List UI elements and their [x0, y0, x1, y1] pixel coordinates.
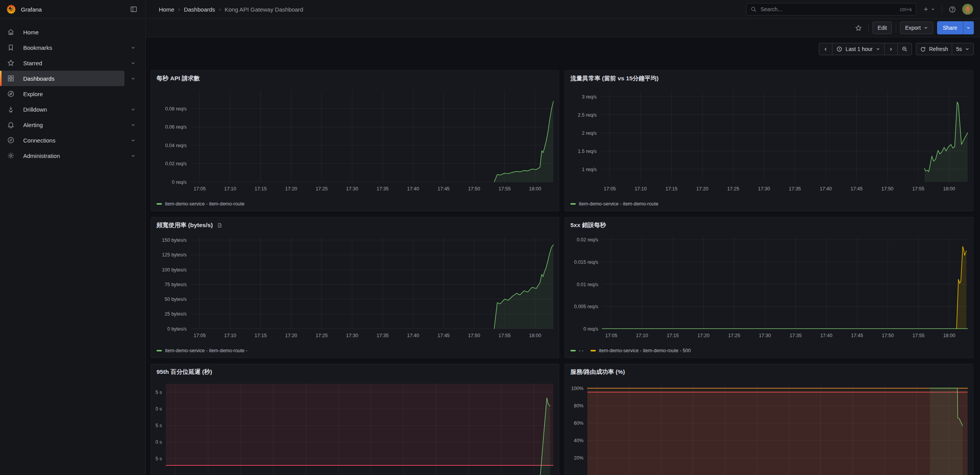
chevron-down-icon[interactable] [127, 119, 139, 131]
panel-title: 每秒 API 請求數 [157, 75, 200, 83]
svg-text:17:15: 17:15 [255, 333, 267, 338]
svg-text:17:30: 17:30 [346, 333, 358, 338]
time-controls: Last 1 hour Refresh 5s [819, 43, 974, 55]
legend-item[interactable]: item-demo-service - item-demo-route - [157, 348, 247, 353]
legend-swatch [157, 350, 162, 351]
sidebar-item-alerting: Alerting [0, 117, 145, 132]
chevron-down-icon[interactable] [127, 149, 139, 162]
sidebar-link-bookmarks[interactable]: Bookmarks [0, 40, 124, 55]
time-shift-forward-button[interactable] [884, 43, 897, 55]
sidebar-link-home[interactable]: Home [0, 24, 124, 40]
sidebar-link-starred[interactable]: Starred [0, 55, 124, 71]
chevron-down-icon[interactable] [127, 41, 139, 54]
svg-text:15 s: 15 s [156, 423, 162, 428]
refresh-interval-picker[interactable]: 5s [952, 43, 973, 55]
chevron-down-icon[interactable] [127, 103, 139, 115]
legend-item[interactable]: item-demo-service - item-demo-route - 50… [590, 348, 691, 353]
svg-text:17:20: 17:20 [696, 186, 708, 192]
svg-text:20%: 20% [574, 455, 584, 461]
sidebar-link-explore[interactable]: Explore [0, 86, 124, 102]
help-icon[interactable] [946, 3, 958, 15]
svg-text:17:20: 17:20 [698, 333, 709, 338]
svg-text:17:30: 17:30 [758, 186, 770, 192]
time-range-picker[interactable]: Last 1 hour [832, 43, 884, 55]
legend-item[interactable]: item-demo-service - item-demo-route [570, 201, 658, 207]
svg-text:50 bytes/s: 50 bytes/s [165, 297, 187, 302]
share-button[interactable]: Share [937, 21, 963, 34]
search-icon [750, 6, 757, 12]
star-dashboard-button[interactable] [852, 22, 864, 34]
chevron-down-icon[interactable] [127, 72, 139, 85]
add-new-button[interactable] [920, 3, 938, 15]
grafana-dashboard-page: { "topbar": { "brand": "Grafana", "bread… [0, 0, 980, 475]
svg-text:17:10: 17:10 [224, 333, 236, 338]
grafana-logo [6, 4, 16, 14]
edit-button[interactable]: Edit [873, 22, 892, 34]
chart-plot-svg: 25 s20 s15 s10 s5 s [156, 378, 554, 475]
zoom-out-time-button[interactable] [897, 43, 912, 55]
chevron-down-icon[interactable] [127, 57, 139, 69]
svg-text:0.005 req/s: 0.005 req/s [574, 304, 598, 309]
svg-text:17:25: 17:25 [316, 333, 328, 338]
bookmark-icon [7, 44, 15, 51]
svg-text:0.01 req/s: 0.01 req/s [577, 282, 598, 287]
svg-text:75 bytes/s: 75 bytes/s [165, 282, 187, 287]
svg-text:17:50: 17:50 [881, 186, 893, 192]
sidebar-link-administration[interactable]: Administration [0, 148, 124, 163]
svg-text:17:55: 17:55 [912, 333, 924, 338]
svg-text:17:50: 17:50 [468, 333, 480, 338]
chart-legend: item-demo-service - item-demo-route - [157, 346, 247, 355]
chart-plot-svg: 150 bytes/s125 bytes/s100 bytes/s75 byte… [156, 231, 554, 340]
svg-text:100 bytes/s: 100 bytes/s [162, 267, 187, 273]
svg-text:17:25: 17:25 [727, 186, 739, 192]
chevron-down-icon[interactable] [127, 134, 139, 146]
svg-text:17:40: 17:40 [407, 186, 419, 192]
top-bar: Grafana Home › Dashboards › Kong API Gat… [0, 0, 980, 19]
svg-text:17:10: 17:10 [224, 186, 236, 192]
refresh-icon [920, 46, 926, 52]
chart-plot-svg: 0.08 req/s0.06 req/s0.04 req/s0.02 req/s… [156, 85, 554, 193]
sidebar-link-connections[interactable]: Connections [0, 132, 124, 148]
breadcrumb-dashboards[interactable]: Dashboards [184, 6, 215, 13]
chart-legend: - - item-demo-service - item-demo-route … [570, 346, 691, 355]
svg-text:18:00: 18:00 [943, 333, 955, 338]
legend-item[interactable]: - - [570, 348, 584, 353]
breadcrumb-home[interactable]: Home [159, 6, 174, 13]
search-input[interactable] [760, 6, 900, 13]
svg-text:0.06 req/s: 0.06 req/s [165, 124, 187, 130]
time-shift-back-button[interactable] [819, 43, 832, 55]
panel-description-icon[interactable] [217, 222, 223, 228]
legend-swatch [570, 350, 576, 351]
svg-text:0.08 req/s: 0.08 req/s [165, 106, 187, 112]
dock-sidebar-icon[interactable] [128, 3, 140, 15]
search-box[interactable]: ctrl+k [746, 3, 916, 15]
svg-text:150 bytes/s: 150 bytes/s [162, 238, 187, 243]
svg-text:17:45: 17:45 [851, 186, 863, 192]
time-series-chart: 25 s20 s15 s10 s5 s [156, 378, 554, 475]
sidebar-link-alerting[interactable]: Alerting [0, 117, 124, 132]
sidebar-mega-menu: Home Bookmarks Starred Dashboards Explor… [0, 19, 146, 475]
sidebar-link-drilldown[interactable]: Drilldown [0, 102, 124, 117]
legend-item[interactable]: item-demo-service - item-demo-route [157, 201, 245, 207]
svg-text:2 req/s: 2 req/s [582, 131, 597, 136]
svg-text:17:30: 17:30 [759, 333, 771, 338]
svg-text:17:40: 17:40 [407, 333, 419, 338]
svg-text:40%: 40% [574, 438, 584, 443]
svg-text:1 req/s: 1 req/s [582, 167, 597, 172]
svg-text:18:00: 18:00 [943, 186, 955, 192]
topbar-actions: ctrl+k [746, 3, 980, 15]
user-avatar[interactable] [962, 4, 973, 15]
sidebar-link-dashboards[interactable]: Dashboards [0, 71, 124, 86]
brand-name: Grafana [21, 6, 42, 13]
svg-text:17:55: 17:55 [912, 186, 924, 192]
share-menu-caret[interactable] [963, 21, 974, 34]
svg-text:1.5 req/s: 1.5 req/s [578, 149, 597, 154]
svg-text:17:50: 17:50 [468, 186, 480, 192]
export-button[interactable]: Export [900, 22, 933, 34]
svg-text:17:30: 17:30 [346, 186, 358, 192]
refresh-button[interactable]: Refresh [916, 43, 952, 55]
svg-text:17:05: 17:05 [194, 333, 206, 338]
sidebar-item-drilldown: Drilldown [0, 102, 145, 117]
panel-service-route-success-rate: 服務/路由成功率 (%) 100%80%60%40%20% [565, 364, 973, 475]
topbar-divider [942, 5, 942, 14]
